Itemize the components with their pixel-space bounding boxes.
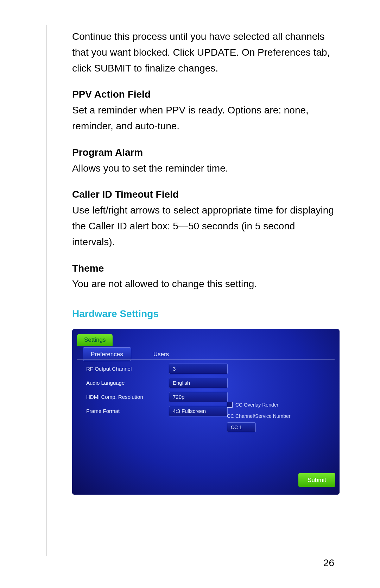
heading-theme: Theme bbox=[72, 261, 334, 277]
body-theme: You are not allowed to change this setti… bbox=[72, 276, 334, 292]
cc-overlay-render-row[interactable]: CC Overlay Render bbox=[227, 401, 332, 409]
vertical-rule bbox=[46, 25, 46, 556]
row-audio-language: Audio Language English bbox=[86, 378, 332, 388]
hardware-settings-screenshot: Settings Preferences Users RF Output Cha… bbox=[72, 329, 340, 495]
hardware-settings-title: Hardware Settings bbox=[72, 306, 334, 322]
heading-caller-id-timeout: Caller ID Timeout Field bbox=[72, 187, 334, 203]
label-cc-channel-service: CC Channel/Service Number bbox=[227, 412, 332, 420]
value-hdmi-resolution[interactable]: 720p bbox=[169, 392, 228, 402]
value-rf-output-channel[interactable]: 3 bbox=[169, 364, 228, 374]
tv-header-bar: Settings bbox=[77, 334, 113, 346]
body-ppv-action-field: Set a reminder when PPV is ready. Option… bbox=[72, 103, 334, 134]
page-content: Continue this process until you have sel… bbox=[72, 29, 334, 495]
page-number: 26 bbox=[323, 557, 334, 569]
value-audio-language[interactable]: English bbox=[169, 378, 228, 388]
submit-button[interactable]: Submit bbox=[298, 473, 335, 487]
label-hdmi-resolution: HDMI Comp. Resolution bbox=[86, 393, 169, 401]
tv-title-tab: Settings bbox=[77, 334, 113, 346]
label-frame-format: Frame Format bbox=[86, 407, 169, 415]
label-audio-language: Audio Language bbox=[86, 379, 169, 387]
tv-divider bbox=[77, 359, 335, 360]
tv-form: RF Output Channel 3 Audio Language Engli… bbox=[86, 364, 332, 420]
intro-paragraph: Continue this process until you have sel… bbox=[72, 29, 334, 76]
document-page: Continue this process until you have sel… bbox=[0, 0, 380, 588]
heading-ppv-action-field: PPV Action Field bbox=[72, 87, 334, 103]
body-caller-id-timeout: Use left/right arrows to select appropri… bbox=[72, 203, 334, 250]
checkbox-icon[interactable] bbox=[227, 402, 233, 408]
value-frame-format[interactable]: 4:3 Fullscreen bbox=[169, 406, 228, 416]
tv-right-column: CC Overlay Render CC Channel/Service Num… bbox=[227, 401, 332, 432]
row-rf-output-channel: RF Output Channel 3 bbox=[86, 364, 332, 374]
label-rf-output-channel: RF Output Channel bbox=[86, 365, 169, 373]
label-cc-overlay-render: CC Overlay Render bbox=[235, 401, 278, 409]
body-program-alarm: Allows you to set the reminder time. bbox=[72, 161, 334, 177]
value-cc-channel-service[interactable]: CC 1 bbox=[227, 422, 256, 432]
heading-program-alarm: Program Alarm bbox=[72, 145, 334, 161]
